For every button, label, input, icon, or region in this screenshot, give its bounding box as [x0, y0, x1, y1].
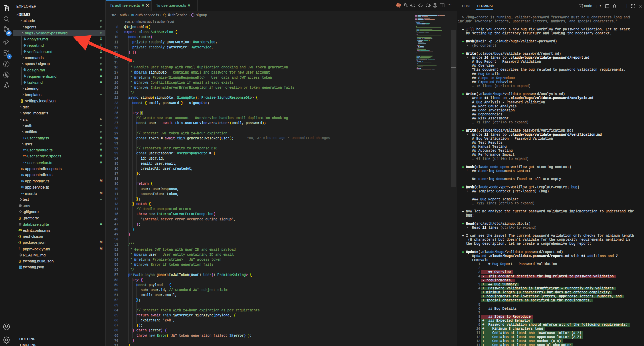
- svg-text:TS: TS: [19, 266, 21, 268]
